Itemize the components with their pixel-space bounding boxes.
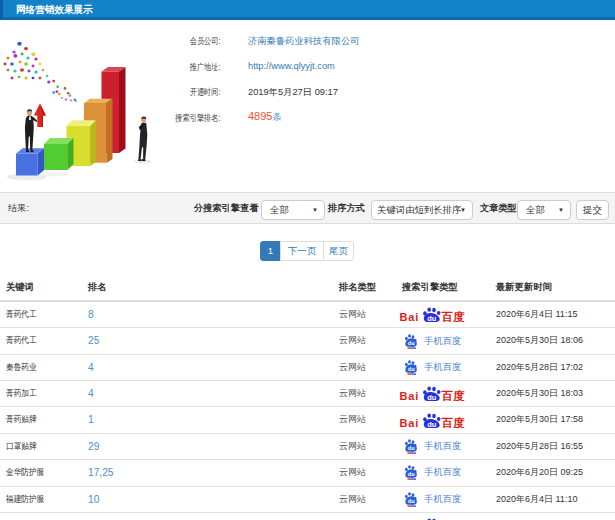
svg-text:du: du xyxy=(408,445,415,451)
svg-text:du: du xyxy=(427,393,437,401)
svg-text:Bai: Bai xyxy=(400,416,420,428)
svg-text:du: du xyxy=(427,314,437,322)
svg-text:Bai: Bai xyxy=(400,390,420,402)
svg-text:Bai: Bai xyxy=(400,311,420,323)
svg-text:du: du xyxy=(408,366,415,372)
svg-text:du: du xyxy=(427,419,437,427)
svg-text:du: du xyxy=(408,472,415,478)
svg-text:du: du xyxy=(408,340,415,346)
svg-text:du: du xyxy=(408,498,415,504)
svg-text:百度: 百度 xyxy=(441,310,466,322)
svg-text:百度: 百度 xyxy=(441,389,466,401)
svg-text:百度: 百度 xyxy=(441,416,466,428)
